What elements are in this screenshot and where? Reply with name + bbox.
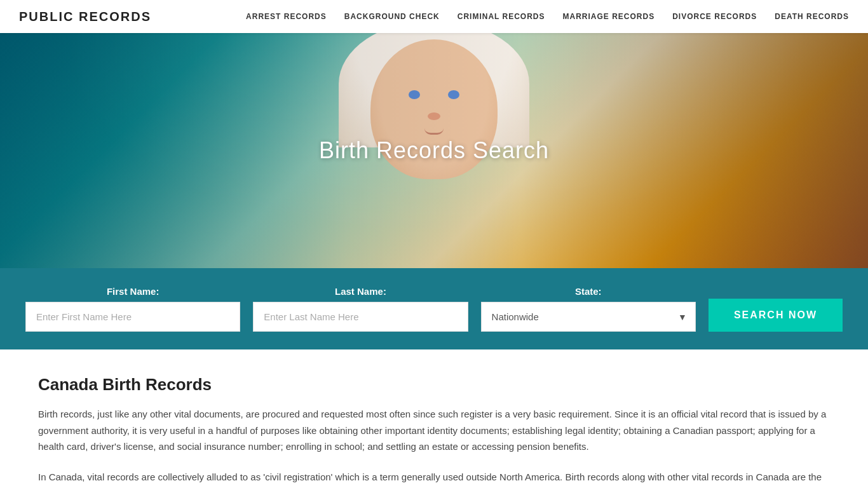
nav-link-divorce-records[interactable]: DIVORCE RECORDS [672, 12, 757, 21]
site-header: PUBLIC RECORDS ARREST RECORDSBACKGROUND … [0, 0, 868, 33]
state-label: State: [481, 286, 696, 297]
last-name-label: Last Name: [253, 286, 468, 297]
last-name-input[interactable] [253, 302, 468, 332]
section1-paragraph1: Birth records, just like any other vital… [38, 406, 830, 455]
state-select-wrapper: NationwideAlabamaAlaskaArizonaArkansasCa… [481, 302, 696, 332]
first-name-input[interactable] [25, 302, 240, 332]
first-name-label: First Name: [25, 286, 240, 297]
nav-link-marriage-records[interactable]: MARRIAGE RECORDS [563, 12, 655, 21]
site-logo: PUBLIC RECORDS [19, 10, 151, 24]
main-content: Canada Birth Records Birth records, just… [0, 349, 868, 488]
search-bar: First Name: Last Name: State: Nationwide… [0, 268, 868, 349]
nav-link-arrest-records[interactable]: ARREST RECORDS [246, 12, 327, 21]
state-select[interactable]: NationwideAlabamaAlaskaArizonaArkansasCa… [481, 302, 696, 332]
hero-section: Birth Records Search [0, 33, 868, 268]
nav-link-criminal-records[interactable]: CRIMINAL RECORDS [458, 12, 545, 21]
search-now-button[interactable]: SEARCH NOW [709, 299, 843, 332]
hero-title: Birth Records Search [319, 137, 549, 164]
last-name-field: Last Name: [253, 286, 468, 332]
nav-link-background-check[interactable]: BACKGROUND CHECK [344, 12, 440, 21]
section1-title: Canada Birth Records [38, 375, 830, 395]
state-field: State: NationwideAlabamaAlaskaArizonaArk… [481, 286, 696, 332]
first-name-field: First Name: [25, 286, 240, 332]
nav-link-death-records[interactable]: DEATH RECORDS [775, 12, 849, 21]
section1-paragraph2: In Canada, vital records are collectivel… [38, 469, 830, 489]
main-nav: ARREST RECORDSBACKGROUND CHECKCRIMINAL R… [246, 12, 849, 21]
